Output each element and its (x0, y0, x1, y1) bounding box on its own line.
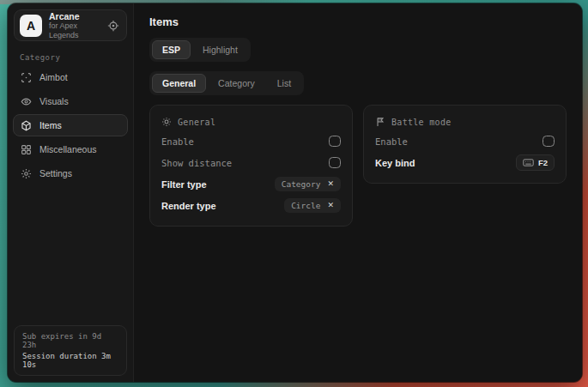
app-subtitle: for Apex Legends (49, 21, 100, 39)
sub-expires-text: Sub expires in 9d 23h (22, 332, 118, 349)
battle-mode-card: Battle mode Enable Key bind (363, 105, 567, 184)
sidebar-item-aimbot[interactable]: Aimbot (13, 66, 128, 88)
sidebar-item-visuals[interactable]: Visuals (13, 90, 128, 112)
sidebar-item-miscellaneous[interactable]: Miscellaneous (13, 138, 128, 160)
sidebar-section-label: Category (20, 53, 133, 62)
target-icon[interactable] (107, 20, 119, 32)
general-card-header: General (161, 113, 341, 130)
filter-type-value: Category (282, 179, 321, 189)
eye-icon (21, 96, 32, 107)
setting-row-enable: Enable (375, 130, 555, 152)
setting-row-filter-type: Filter type Category ✕ (161, 173, 341, 195)
battle-enable-checkbox[interactable] (543, 136, 555, 147)
setting-label: Enable (375, 136, 408, 147)
general-card: General Enable Show distance Filter type… (149, 105, 353, 227)
cube-icon (21, 120, 32, 131)
sidebar-item-label: Aimbot (39, 72, 68, 82)
tab-category[interactable]: Category (208, 74, 265, 93)
page-title: Items (149, 15, 567, 28)
app-meta: Arcane for Apex Legends (49, 11, 100, 39)
flag-icon (375, 117, 385, 127)
keybind-value: F2 (538, 158, 548, 167)
setting-row-render-type: Render type Circle ✕ (161, 195, 341, 216)
render-type-select[interactable]: Circle ✕ (284, 198, 341, 213)
crosshair-icon (21, 72, 32, 83)
sidebar-item-items[interactable]: Items (13, 114, 128, 136)
app-header-card: A Arcane for Apex Legends (14, 9, 127, 41)
subscription-card: Sub expires in 9d 23h Session duration 3… (14, 325, 127, 376)
sidebar: A Arcane for Apex Legends Category (8, 3, 134, 382)
setting-label: Enable (161, 136, 194, 147)
setting-row-enable: Enable (161, 130, 341, 152)
enable-checkbox[interactable] (329, 136, 341, 147)
card-title: Battle mode (391, 118, 452, 127)
sidebar-item-settings[interactable]: Settings (13, 162, 128, 184)
tab-general[interactable]: General (152, 74, 206, 93)
gear-icon (21, 168, 32, 179)
sidebar-item-label: Items (39, 120, 62, 130)
app-logo: A (20, 15, 42, 37)
sidebar-item-label: Settings (39, 168, 72, 178)
filter-type-select[interactable]: Category ✕ (275, 177, 341, 191)
close-icon[interactable]: ✕ (327, 180, 334, 188)
sidebar-item-label: Miscellaneous (39, 144, 97, 154)
card-title: General (178, 118, 215, 127)
tab-list[interactable]: List (267, 74, 301, 93)
sidebar-nav: Aimbot Visuals Items (8, 65, 133, 185)
tab-esp[interactable]: ESP (152, 40, 191, 59)
setting-row-show-distance: Show distance (161, 152, 341, 173)
settings-cards: General Enable Show distance Filter type… (149, 105, 567, 227)
grid-icon (21, 144, 32, 155)
keyboard-icon (523, 159, 534, 166)
keybind-button[interactable]: F2 (516, 154, 555, 171)
close-icon[interactable]: ✕ (327, 202, 334, 209)
setting-label: Render type (161, 201, 216, 211)
view-tab-group: General Category List (149, 71, 304, 95)
mode-tab-group: ESP Highlight (149, 38, 251, 62)
tab-highlight[interactable]: Highlight (192, 40, 248, 59)
sidebar-item-label: Visuals (39, 96, 69, 106)
setting-row-key-bind: Key bind F2 (375, 152, 555, 173)
session-duration-text: Session duration 3m 10s (22, 352, 118, 369)
main-content: Items ESP Highlight General Category Lis… (134, 3, 582, 382)
app-name: Arcane (49, 11, 100, 21)
render-type-value: Circle (291, 201, 320, 210)
setting-label: Show distance (161, 158, 232, 168)
sun-icon (161, 117, 172, 127)
app-window: A Arcane for Apex Legends Category (8, 3, 582, 382)
setting-label: Key bind (375, 158, 415, 168)
setting-label: Filter type (161, 179, 207, 190)
show-distance-checkbox[interactable] (329, 157, 341, 168)
battle-mode-card-header: Battle mode (375, 113, 555, 130)
